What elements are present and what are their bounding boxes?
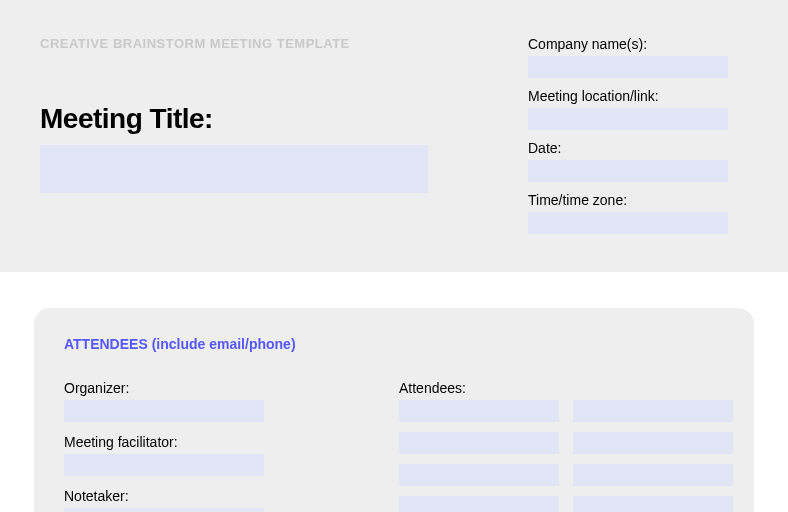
attendees-right-column: Attendees: [399, 380, 733, 512]
date-field: Date: [528, 140, 748, 182]
attendee-input[interactable] [399, 432, 559, 454]
header-section: CREATIVE BRAINSTORM MEETING TEMPLATE Mee… [0, 0, 788, 272]
attendee-input[interactable] [399, 464, 559, 486]
attendees-left-column: Organizer: Meeting facilitator: Notetake… [64, 380, 399, 512]
notetaker-field: Notetaker: [64, 488, 399, 512]
body-section: ATTENDEES (include email/phone) Organize… [0, 272, 788, 512]
organizer-label: Organizer: [64, 380, 399, 396]
notetaker-input[interactable] [64, 508, 264, 512]
facilitator-label: Meeting facilitator: [64, 434, 399, 450]
attendee-input[interactable] [399, 496, 559, 512]
attendee-input[interactable] [573, 464, 733, 486]
attendees-card: ATTENDEES (include email/phone) Organize… [34, 308, 754, 512]
meeting-title-input[interactable] [40, 145, 428, 193]
attendees-grid [399, 400, 733, 512]
attendee-input[interactable] [399, 400, 559, 422]
attendees-body: Organizer: Meeting facilitator: Notetake… [64, 380, 724, 512]
date-label: Date: [528, 140, 748, 156]
company-field: Company name(s): [528, 36, 748, 78]
location-input[interactable] [528, 108, 728, 130]
attendee-input[interactable] [573, 400, 733, 422]
attendee-input[interactable] [573, 496, 733, 512]
time-field: Time/time zone: [528, 192, 748, 234]
attendee-input[interactable] [573, 432, 733, 454]
meeting-title-label: Meeting Title: [40, 103, 480, 135]
facilitator-field: Meeting facilitator: [64, 434, 399, 476]
organizer-input[interactable] [64, 400, 264, 422]
attendees-heading: ATTENDEES (include email/phone) [64, 336, 724, 352]
attendees-label: Attendees: [399, 380, 733, 396]
company-label: Company name(s): [528, 36, 748, 52]
time-input[interactable] [528, 212, 728, 234]
notetaker-label: Notetaker: [64, 488, 399, 504]
company-input[interactable] [528, 56, 728, 78]
location-label: Meeting location/link: [528, 88, 748, 104]
time-label: Time/time zone: [528, 192, 748, 208]
organizer-field: Organizer: [64, 380, 399, 422]
facilitator-input[interactable] [64, 454, 264, 476]
location-field: Meeting location/link: [528, 88, 748, 130]
header-left-column: CREATIVE BRAINSTORM MEETING TEMPLATE Mee… [40, 36, 480, 193]
date-input[interactable] [528, 160, 728, 182]
template-label: CREATIVE BRAINSTORM MEETING TEMPLATE [40, 36, 480, 51]
header-right-column: Company name(s): Meeting location/link: … [528, 36, 748, 244]
